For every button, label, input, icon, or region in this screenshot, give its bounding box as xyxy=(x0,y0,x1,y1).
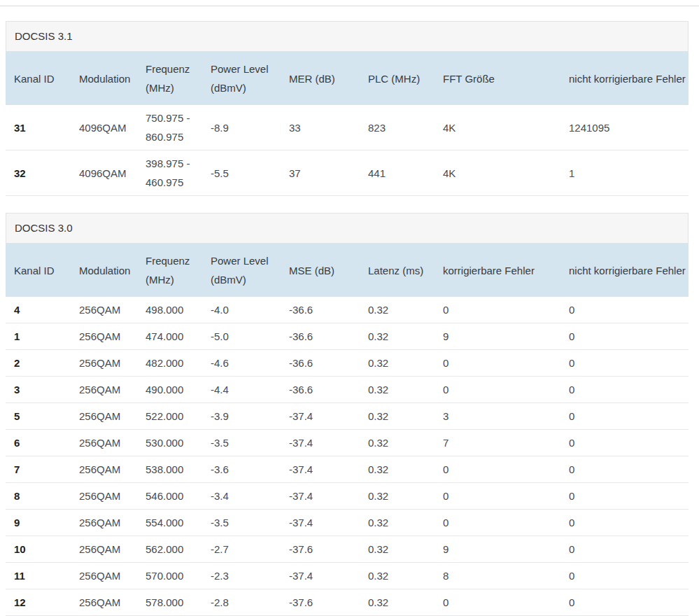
value-cell: 1 xyxy=(560,150,689,196)
value-cell: -37.4 xyxy=(281,456,360,483)
value-cell: -36.6 xyxy=(281,323,360,350)
value-cell: 8 xyxy=(435,563,560,589)
column-header: nicht korrigierbare Fehler xyxy=(560,244,689,297)
table-row: 3256QAM490.000-4.4-36.60.3200 xyxy=(6,377,689,403)
value-cell: 0 xyxy=(560,563,689,589)
value-cell: 0 xyxy=(560,483,689,510)
column-header: MER (dB) xyxy=(281,52,360,105)
section-title: DOCSIS 3.0 xyxy=(6,213,689,244)
docsis-status-page: DOCSIS 3.1 Kanal IDModulationFrequenz (M… xyxy=(0,6,699,616)
table-row: 9256QAM554.000-3.5-37.40.3200 xyxy=(6,510,689,536)
top-divider xyxy=(0,6,699,6)
column-header: PLC (MHz) xyxy=(360,52,435,105)
value-cell: -37.4 xyxy=(281,403,360,430)
value-cell: 0 xyxy=(560,536,689,563)
kanal-id-cell: 10 xyxy=(6,536,71,563)
column-header: Power Level (dBmV) xyxy=(202,52,281,105)
value-cell: -37.4 xyxy=(281,483,360,510)
kanal-id-cell: 6 xyxy=(6,430,71,456)
value-cell: 256QAM xyxy=(71,297,137,323)
column-header: Power Level (dBmV) xyxy=(202,244,281,297)
value-cell: -36.6 xyxy=(281,297,360,323)
value-cell: 0.32 xyxy=(360,323,435,350)
value-cell: 0 xyxy=(560,403,689,430)
value-cell: 554.000 xyxy=(137,510,202,536)
value-cell: 37 xyxy=(281,150,360,196)
value-cell: 4K xyxy=(435,105,560,150)
value-cell: 570.000 xyxy=(137,563,202,589)
value-cell: -37.6 xyxy=(281,589,360,616)
value-cell: 256QAM xyxy=(71,377,137,403)
column-header: Latenz (ms) xyxy=(360,244,435,297)
docsis-table-section-0: DOCSIS 3.1 Kanal IDModulationFrequenz (M… xyxy=(6,21,689,196)
table-row: 314096QAM750.975 - 860.975-8.9338234K124… xyxy=(6,105,689,150)
value-cell: 1241095 xyxy=(560,105,689,150)
value-cell: -37.4 xyxy=(281,510,360,536)
value-cell: 0 xyxy=(435,510,560,536)
value-cell: -3.6 xyxy=(202,456,281,483)
value-cell: -36.6 xyxy=(281,377,360,403)
kanal-id-cell: 12 xyxy=(6,589,71,616)
value-cell: -2.3 xyxy=(202,563,281,589)
value-cell: 256QAM xyxy=(71,536,137,563)
value-cell: 482.000 xyxy=(137,350,202,377)
kanal-id-cell: 11 xyxy=(6,563,71,589)
value-cell: 750.975 - 860.975 xyxy=(137,105,202,150)
value-cell: 0 xyxy=(560,323,689,350)
value-cell: 4096QAM xyxy=(71,150,137,196)
value-cell: -8.9 xyxy=(202,105,281,150)
value-cell: -3.5 xyxy=(202,430,281,456)
value-cell: 0.32 xyxy=(360,483,435,510)
table-row: 324096QAM398.975 - 460.975-5.5374414K1 xyxy=(6,150,689,196)
value-cell: 0 xyxy=(560,589,689,616)
column-header: Kanal ID xyxy=(6,244,71,297)
column-header: MSE (dB) xyxy=(281,244,360,297)
value-cell: 0 xyxy=(435,483,560,510)
table-row: 5256QAM522.000-3.9-37.40.3230 xyxy=(6,403,689,430)
value-cell: 7 xyxy=(435,430,560,456)
value-cell: 441 xyxy=(360,150,435,196)
kanal-id-cell: 3 xyxy=(6,377,71,403)
value-cell: -37.6 xyxy=(281,536,360,563)
value-cell: 0 xyxy=(560,430,689,456)
header-row: Kanal IDModulationFrequenz (MHz)Power Le… xyxy=(6,52,689,105)
channel-table-head: Kanal IDModulationFrequenz (MHz)Power Le… xyxy=(6,244,689,297)
value-cell: -5.5 xyxy=(202,150,281,196)
value-cell: 0.32 xyxy=(360,403,435,430)
column-header: Modulation xyxy=(71,244,137,297)
value-cell: 0.32 xyxy=(360,350,435,377)
value-cell: 9 xyxy=(435,323,560,350)
value-cell: 256QAM xyxy=(71,483,137,510)
value-cell: 538.000 xyxy=(137,456,202,483)
value-cell: 0.32 xyxy=(360,377,435,403)
value-cell: 490.000 xyxy=(137,377,202,403)
value-cell: -3.4 xyxy=(202,483,281,510)
value-cell: 0 xyxy=(560,297,689,323)
value-cell: 0 xyxy=(560,456,689,483)
value-cell: 256QAM xyxy=(71,589,137,616)
value-cell: 0.32 xyxy=(360,536,435,563)
value-cell: -4.4 xyxy=(202,377,281,403)
docsis-table-section-1: DOCSIS 3.0 Kanal IDModulationFrequenz (M… xyxy=(6,213,689,616)
value-cell: 0.32 xyxy=(360,563,435,589)
kanal-id-cell: 9 xyxy=(6,510,71,536)
value-cell: 0.32 xyxy=(360,297,435,323)
value-cell: -4.6 xyxy=(202,350,281,377)
value-cell: 522.000 xyxy=(137,403,202,430)
kanal-id-cell: 32 xyxy=(6,150,71,196)
table-row: 12256QAM578.000-2.8-37.60.3200 xyxy=(6,589,689,616)
column-header: Modulation xyxy=(71,52,137,105)
table-row: 11256QAM570.000-2.3-37.40.3280 xyxy=(6,563,689,589)
value-cell: -3.5 xyxy=(202,510,281,536)
value-cell: 4K xyxy=(435,150,560,196)
value-cell: 498.000 xyxy=(137,297,202,323)
value-cell: 256QAM xyxy=(71,323,137,350)
value-cell: -2.7 xyxy=(202,536,281,563)
value-cell: 823 xyxy=(360,105,435,150)
value-cell: 256QAM xyxy=(71,350,137,377)
value-cell: 256QAM xyxy=(71,510,137,536)
table-row: 7256QAM538.000-3.6-37.40.3200 xyxy=(6,456,689,483)
section-title: DOCSIS 3.1 xyxy=(6,21,689,52)
value-cell: 398.975 - 460.975 xyxy=(137,150,202,196)
kanal-id-cell: 2 xyxy=(6,350,71,377)
